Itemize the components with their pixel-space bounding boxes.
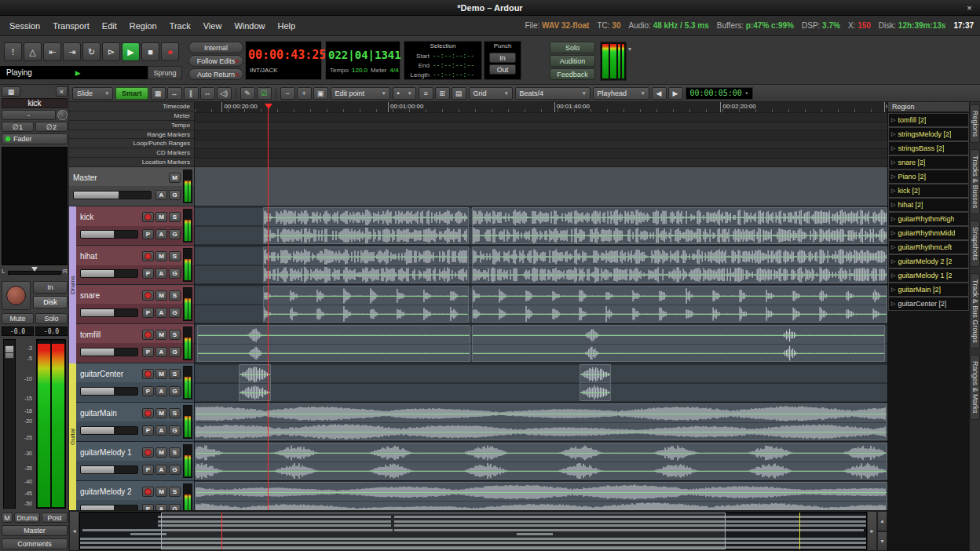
stop-button[interactable]: ■ xyxy=(141,42,159,61)
mute-button[interactable]: M xyxy=(155,447,167,458)
playlist-button[interactable]: P xyxy=(142,425,154,436)
window-close-button[interactable]: × xyxy=(964,2,975,13)
menu-edit[interactable]: Edit xyxy=(96,16,123,35)
phase-button-1[interactable]: ∅1 xyxy=(2,122,34,132)
ruler-timecode[interactable]: 00:00:20:0000:01:00:0000:01:40:0000:02:2… xyxy=(195,102,887,113)
grid-dropdown[interactable]: Grid▾ xyxy=(469,87,513,100)
solo-button[interactable]: Solo xyxy=(35,313,68,324)
smart-mode-button[interactable]: Smart xyxy=(115,87,148,100)
playlist-button[interactable]: P xyxy=(142,308,154,318)
automation-button[interactable]: A xyxy=(155,308,167,318)
record-arm-button[interactable] xyxy=(142,290,154,301)
play-selection-button[interactable]: ⊳ xyxy=(102,42,120,61)
track-lane-guitarmain[interactable] xyxy=(195,403,887,442)
loop-button[interactable]: ↻ xyxy=(82,42,101,61)
show-mixer-button[interactable]: ▤ xyxy=(452,87,466,100)
group-strip[interactable] xyxy=(69,481,76,510)
disclosure-triangle-icon[interactable]: ▷ xyxy=(891,117,895,123)
mixer-tab-post[interactable]: Post xyxy=(42,513,68,523)
strip-routing-button[interactable]: ▦ xyxy=(2,86,20,97)
mute-button[interactable]: Mute xyxy=(2,313,34,324)
track-gain-fader[interactable] xyxy=(80,230,138,239)
solo-button[interactable]: S xyxy=(169,251,181,261)
nudge-forward-button[interactable]: ▶ xyxy=(668,87,683,100)
meter-options-caret[interactable]: ▾ xyxy=(628,46,631,53)
track-lane-hihat[interactable] xyxy=(195,246,887,285)
region-guitarmelody1-1[interactable] xyxy=(195,443,887,480)
track-header-guitarmelody2[interactable]: guitarMelody 2MSPAG xyxy=(76,481,195,510)
marker-dropdown[interactable]: •▾ xyxy=(393,87,416,100)
disk-monitor-button[interactable]: Disk xyxy=(33,296,68,308)
fader-handle[interactable] xyxy=(5,345,14,359)
punch-out-button[interactable]: Out xyxy=(489,64,516,75)
region-hihat-1[interactable] xyxy=(263,246,469,283)
nudge-back-button[interactable]: ◀ xyxy=(652,87,667,100)
audition-tool-button[interactable]: ◁) xyxy=(217,87,232,100)
track-gain-fader[interactable] xyxy=(80,426,138,435)
group-button[interactable]: G xyxy=(169,308,181,318)
draw-tool-button[interactable]: ✎ xyxy=(240,87,255,100)
region-list-item[interactable]: ▷guitarMelody 1 [2 xyxy=(888,268,969,283)
grid-type-dropdown[interactable]: Beats/4▾ xyxy=(515,87,591,100)
playlist-button[interactable]: P xyxy=(142,504,154,510)
peak-display[interactable]: -0.0 xyxy=(35,327,68,336)
group-strip[interactable] xyxy=(69,285,76,324)
menu-window[interactable]: Window xyxy=(228,16,271,35)
edit-point-dropdown[interactable]: Edit point▾ xyxy=(331,87,390,100)
track-header-snare[interactable]: snareMSPAG xyxy=(76,285,195,324)
cut-tool-button[interactable]: ∥ xyxy=(184,87,199,100)
audition-button[interactable]: Audition xyxy=(550,55,595,67)
mute-button[interactable]: M xyxy=(155,408,167,418)
metronome-button[interactable]: △ xyxy=(24,42,42,61)
title-bar[interactable]: *Demo – Ardour × xyxy=(0,0,980,16)
disclosure-triangle-icon[interactable]: ▷ xyxy=(891,301,895,307)
menu-track[interactable]: Track xyxy=(163,16,197,35)
track-gain-fader[interactable] xyxy=(80,505,138,510)
region-list-item[interactable]: ▷tomfill [2] xyxy=(888,113,969,127)
region-guitarcenter-2[interactable] xyxy=(580,364,612,401)
region-guitarmelody2-1[interactable] xyxy=(195,482,887,510)
feedback-button[interactable]: Feedback xyxy=(550,68,595,80)
ruler-location-markers[interactable] xyxy=(195,159,887,167)
zoom-focus-dropdown[interactable]: Playhead▾ xyxy=(593,87,649,100)
solo-button[interactable]: S xyxy=(169,487,181,497)
fader-mode-dropdown[interactable]: Fader xyxy=(2,133,68,144)
processor-box[interactable] xyxy=(2,147,68,265)
track-header-guitarmelody1[interactable]: guitarMelody 1MSPAG xyxy=(76,442,195,481)
mute-button[interactable]: M xyxy=(155,251,167,261)
side-tab-track-bus-groups[interactable]: Track & Bus Groups xyxy=(970,273,980,349)
disclosure-triangle-icon[interactable]: ▷ xyxy=(891,188,895,194)
track-lane-master[interactable] xyxy=(195,167,887,206)
solo-button[interactable]: S xyxy=(169,290,181,301)
menu-session[interactable]: Session xyxy=(3,16,46,35)
zoom-fit-button[interactable]: ▣ xyxy=(313,87,328,100)
mute-button[interactable]: M xyxy=(155,212,167,222)
record-arm-button[interactable] xyxy=(142,251,154,261)
group-strip[interactable] xyxy=(69,206,76,246)
record-arm-button[interactable] xyxy=(142,212,154,222)
playlist-button[interactable]: P xyxy=(142,465,154,475)
group-button[interactable]: G xyxy=(169,347,181,357)
track-lane-guitarmelody2[interactable] xyxy=(195,481,887,510)
summary-zoom-in-button[interactable]: ▴ xyxy=(877,511,887,531)
track-gain-fader[interactable] xyxy=(80,308,138,317)
solo-button[interactable]: S xyxy=(169,330,181,340)
solo-button[interactable]: S xyxy=(169,369,181,379)
region-list-item[interactable]: ▷stringsMelody [2] xyxy=(888,127,969,141)
go-to-start-button[interactable]: ⇤ xyxy=(43,42,61,61)
track-header-hihat[interactable]: hihatMSPAG xyxy=(76,246,195,285)
group-button[interactable]: G xyxy=(169,465,181,475)
region-snare-1[interactable] xyxy=(263,286,469,323)
region-tomfill-2[interactable] xyxy=(472,325,886,362)
group-strip[interactable] xyxy=(69,442,76,481)
toggle-follow-edits[interactable]: Follow Edits xyxy=(188,55,243,67)
track-gain-fader[interactable] xyxy=(73,191,152,199)
disclosure-triangle-icon[interactable]: ▷ xyxy=(891,159,895,166)
toggle-auto-return[interactable]: Auto Return xyxy=(188,68,243,80)
summary-view-rect[interactable] xyxy=(161,513,726,549)
playlist-button[interactable]: P xyxy=(142,386,154,396)
solo-button[interactable]: Solo xyxy=(550,42,595,53)
track-header-kick[interactable]: kickMSPAG xyxy=(76,206,195,246)
shuttle-mode-label[interactable]: Sprung xyxy=(148,66,182,79)
disclosure-triangle-icon[interactable]: ▷ xyxy=(891,258,895,265)
